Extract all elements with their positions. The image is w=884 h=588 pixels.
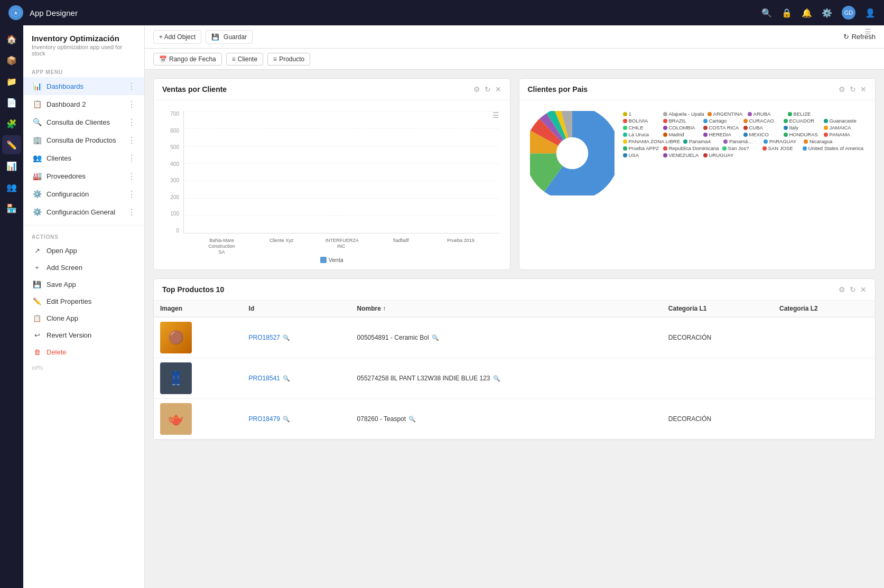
top-productos-refresh-icon[interactable]: ↻ [850, 285, 856, 294]
sidebar-item-proveedores[interactable]: 🏭 Proveedores ⋮ [23, 167, 144, 185]
product-nombre-cell-0: 005054891 - Ceramic Bol 🔍 [351, 317, 662, 358]
top-productos-table-container[interactable]: Imagen Id Nombre ↑ Categoria L1 Categori… [154, 301, 875, 440]
add-object-button[interactable]: + Add Object [153, 30, 201, 44]
svg-point-10 [556, 137, 588, 169]
producto-label: Producto [279, 55, 304, 63]
legend-item-curacao: CURACAO [743, 118, 780, 124]
app-logo: A [8, 5, 23, 20]
sidebar-item-dashboard2[interactable]: 📋 Dashboard 2 ⋮ [23, 95, 144, 113]
nav-chart[interactable]: 📊 [2, 156, 21, 175]
dot-usa [623, 153, 627, 157]
action-open-app[interactable]: ↗ Open App [23, 242, 144, 259]
sidebar-item-configuracion-general[interactable]: ⚙️ Configuración General ⋮ [23, 203, 144, 221]
action-add-screen-label: Add Screen [46, 264, 82, 272]
proveedores-more-icon[interactable]: ⋮ [127, 171, 136, 181]
nav-designer[interactable]: ✏️ [2, 135, 21, 154]
product-nombre-search-2[interactable]: 🔍 [408, 416, 416, 422]
dashboard2-more-icon[interactable]: ⋮ [127, 99, 136, 109]
bell-icon[interactable]: 🔔 [802, 8, 812, 18]
action-add-screen[interactable]: + Add Screen [23, 259, 144, 276]
dot-madrid [663, 133, 667, 137]
sidebar-divider [23, 225, 144, 226]
filter-producto[interactable]: ≡ Producto [267, 53, 310, 66]
nav-apps[interactable]: 📦 [2, 51, 21, 70]
nav-reports[interactable]: 📄 [2, 93, 21, 112]
ventas-refresh-icon[interactable]: ↻ [485, 85, 491, 94]
filter-cliente[interactable]: ≡ Cliente [226, 53, 263, 66]
dashboards-more-icon[interactable]: ⋮ [127, 81, 136, 91]
product-img-0: 🟤 [160, 322, 192, 353]
cliente-filter-icon: ≡ [232, 55, 236, 63]
legend-item-bolivia: BOLIVIA [623, 118, 660, 124]
action-delete[interactable]: 🗑 Delete [23, 343, 144, 360]
dot-jamaica [824, 126, 828, 130]
settings-icon[interactable]: ⚙️ [822, 8, 832, 18]
y-axis: 700 600 500 400 300 200 100 0 [160, 111, 181, 234]
configuracion-general-icon: ⚙️ [32, 207, 42, 217]
legend-item-colombia: COLOMBIA [663, 125, 700, 130]
legend-item-panzolibre: PANAMA ZONA LIBRE [623, 138, 681, 144]
dashboard-grid: Ventas por Cliente ⚙ ↻ ✕ 700 600 500 [145, 70, 884, 588]
user-icon[interactable]: 👤 [865, 8, 876, 18]
top-productos-title: Top Productos 10 [162, 285, 839, 294]
product-nombre-2: 078260 - Teaspot [357, 415, 406, 423]
save-app-icon: 💾 [32, 279, 42, 290]
action-clone-app[interactable]: 📋 Clone App [23, 310, 144, 326]
top-productos-close-icon[interactable]: ✕ [860, 285, 867, 294]
label-sanjose: SAN JOSE [768, 145, 793, 151]
filter-rango-fecha[interactable]: 📅 Rango de Fecha [153, 53, 222, 66]
product-search-icon-1[interactable]: 🔍 [283, 375, 290, 381]
sidebar-item-configuracion[interactable]: ⚙️ Configuración ⋮ [23, 185, 144, 203]
clientes-pais-refresh-icon[interactable]: ↻ [850, 85, 856, 94]
product-id-link-0[interactable]: PRO18527 [249, 334, 280, 341]
dot-belize [788, 112, 792, 116]
sidebar-item-clientes[interactable]: 👥 Clientes ⋮ [23, 149, 144, 167]
rango-fecha-filter-icon: 📅 [159, 55, 167, 63]
clientes-more-icon[interactable]: ⋮ [127, 153, 136, 163]
nav-store[interactable]: 🏪 [2, 199, 21, 218]
app-switcher-icon[interactable]: GD [842, 6, 855, 20]
product-nombre-search-1[interactable]: 🔍 [493, 375, 500, 381]
label-alajuela: Alajuela - Upala [669, 111, 704, 117]
guardar-button[interactable]: 💾 Guardar [206, 30, 253, 44]
product-search-icon-0[interactable]: 🔍 [283, 334, 290, 341]
nav-components[interactable]: 🧩 [2, 114, 21, 133]
product-img-cell-0: 🟤 [154, 317, 243, 358]
action-save-app[interactable]: 💾 Save App [23, 276, 144, 293]
ventas-close-icon[interactable]: ✕ [495, 85, 501, 94]
dot-aruba [748, 112, 752, 116]
configuracion-more-icon[interactable]: ⋮ [127, 189, 136, 199]
product-id-link-1[interactable]: PRO18541 [249, 375, 280, 382]
label-panama: PANAMA [830, 132, 850, 137]
consulta-clientes-more-icon[interactable]: ⋮ [127, 117, 136, 127]
label-mexico: MEXICO [749, 132, 769, 137]
top-productos-gear-icon[interactable]: ⚙ [839, 285, 845, 294]
grid-line-4 [184, 181, 499, 181]
sidebar-item-consulta-productos[interactable]: 🏢 Consulta de Productos ⋮ [23, 131, 144, 149]
lock-icon[interactable]: 🔒 [781, 8, 792, 18]
table-header-row: Imagen Id Nombre ↑ Categoria L1 Categori… [154, 301, 875, 317]
nav-team[interactable]: 👥 [2, 178, 21, 197]
action-save-app-label: Save App [46, 281, 76, 288]
sidebar-item-proveedores-label: Proveedores [46, 172, 127, 180]
consulta-productos-more-icon[interactable]: ⋮ [127, 135, 136, 145]
clientes-pais-gear-icon[interactable]: ⚙ [839, 85, 845, 94]
product-nombre-search-0[interactable]: 🔍 [432, 334, 439, 341]
label-lauruca: La Uruca [629, 132, 649, 137]
grid-line-1 [184, 128, 499, 129]
configuracion-general-more-icon[interactable]: ⋮ [127, 207, 136, 217]
action-revert-version[interactable]: ↩ Revert Version [23, 326, 144, 343]
chart-menu-icon[interactable]: ☰ [492, 111, 499, 119]
action-edit-properties[interactable]: ✏️ Edit Properties [23, 293, 144, 310]
nav-files[interactable]: 📁 [2, 72, 21, 91]
nav-home[interactable]: 🏠 [2, 30, 21, 49]
clientes-pais-close-icon[interactable]: ✕ [860, 85, 867, 94]
product-search-icon-2[interactable]: 🔍 [283, 416, 290, 422]
search-icon[interactable]: 🔍 [761, 8, 772, 18]
grid-line-5 [184, 198, 499, 199]
sidebar-item-dashboards[interactable]: 📊 Dashboards ⋮ [23, 77, 144, 95]
product-id-link-2[interactable]: PRO18479 [249, 415, 280, 423]
product-cat2-cell-0 [773, 317, 875, 358]
sidebar-item-consulta-clientes[interactable]: 🔍 Consulta de Clientes ⋮ [23, 113, 144, 131]
ventas-gear-icon[interactable]: ⚙ [473, 85, 480, 94]
